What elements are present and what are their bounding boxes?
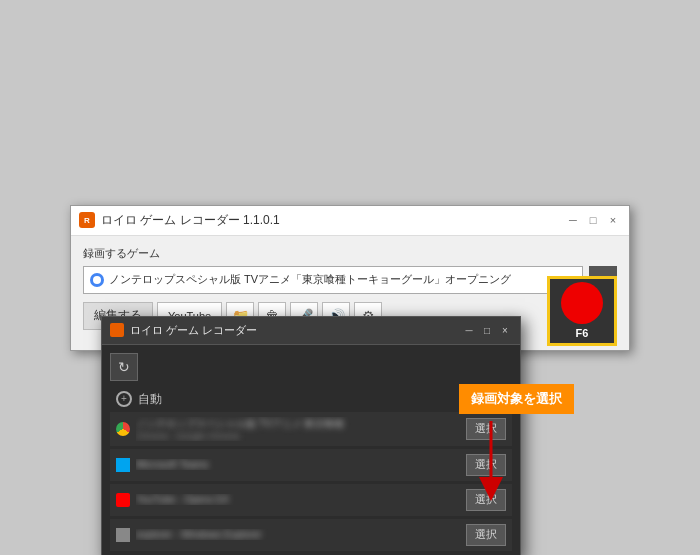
maximize-button[interactable]: □	[585, 212, 601, 228]
record-indicator	[561, 282, 603, 324]
list-item: Microsoft Teams選択	[110, 449, 512, 481]
list-item-text-block: YouTube - Opera GX	[136, 494, 460, 505]
inner-close-button[interactable]: ×	[498, 323, 512, 337]
main-title: ロイロ ゲーム レコーダー 1.1.0.1	[101, 212, 565, 229]
list-item-text-block: explorer - Windows Explorer	[136, 529, 460, 540]
app-icon: R	[79, 212, 95, 228]
main-title-bar: R ロイロ ゲーム レコーダー 1.1.0.1 ─ □ ×	[71, 206, 629, 236]
record-button[interactable]: F6	[547, 276, 617, 346]
refresh-button[interactable]: ↻	[110, 353, 138, 381]
refresh-icon: ↻	[118, 359, 130, 375]
list-item: YouTube - Opera GX選択	[110, 484, 512, 516]
list-item-icon	[116, 422, 130, 436]
main-content: 録画するゲーム ノンテロップスペシャル版 TVアニメ「東京喰種トーキョーグール」…	[71, 236, 629, 350]
auto-icon	[116, 391, 132, 407]
minimize-button[interactable]: ─	[565, 212, 581, 228]
annotation-text: 録画対象を選択	[471, 391, 562, 406]
main-window: R ロイロ ゲーム レコーダー 1.1.0.1 ─ □ × 録画するゲーム ノン…	[70, 205, 630, 351]
auto-row: 自動	[110, 387, 512, 412]
inner-content: ↻ 自動 ノンテロップスペシャル版 TVアニメ 東京喰種Chrome - Goo…	[102, 345, 520, 556]
capture-list: ノンテロップスペシャル版 TVアニメ 東京喰種Chrome - Google C…	[110, 412, 512, 551]
record-key-label: F6	[576, 327, 589, 339]
inner-dialog: ロイロ ゲーム レコーダー ─ □ × ↻ 自動	[101, 316, 521, 556]
list-item-title: explorer - Windows Explorer	[136, 529, 460, 540]
game-select-row: ノンテロップスペシャル版 TVアニメ「東京喰種トーキョーグール」オープニング .…	[83, 266, 617, 294]
game-input-text: ノンテロップスペシャル版 TVアニメ「東京喰種トーキョーグール」オープニング	[109, 272, 511, 287]
inner-title: ロイロ ゲーム レコーダー	[130, 323, 462, 338]
inner-minimize-button[interactable]: ─	[462, 323, 476, 337]
game-section-label: 録画するゲーム	[83, 246, 617, 261]
game-input-field[interactable]: ノンテロップスペシャル版 TVアニメ「東京喰種トーキョーグール」オープニング	[83, 266, 583, 294]
list-item-title: Microsoft Teams	[136, 459, 460, 470]
list-item-title: YouTube - Opera GX	[136, 494, 460, 505]
annotation-arrow	[471, 421, 511, 501]
auto-label: 自動	[138, 391, 506, 408]
inner-window-controls: ─ □ ×	[462, 323, 512, 337]
window-controls: ─ □ ×	[565, 212, 621, 228]
list-item-text-block: Microsoft Teams	[136, 459, 460, 470]
close-button[interactable]: ×	[605, 212, 621, 228]
list-item: explorer - Windows Explorer選択	[110, 519, 512, 551]
list-item-sub: Chrome - Google Chrome	[136, 431, 460, 441]
list-item-title: ノンテロップスペシャル版 TVアニメ 東京喰種	[136, 417, 460, 431]
select-button[interactable]: 選択	[466, 524, 506, 546]
list-item-icon	[116, 528, 130, 542]
list-item-icon	[116, 458, 130, 472]
inner-app-icon	[110, 323, 124, 337]
list-item-text-block: ノンテロップスペシャル版 TVアニメ 東京喰種Chrome - Google C…	[136, 417, 460, 441]
inner-maximize-button[interactable]: □	[480, 323, 494, 337]
annotation-bubble: 録画対象を選択	[459, 384, 574, 414]
list-item: ノンテロップスペシャル版 TVアニメ 東京喰種Chrome - Google C…	[110, 412, 512, 446]
list-item-icon	[116, 493, 130, 507]
game-input-icon	[90, 273, 104, 287]
inner-title-bar: ロイロ ゲーム レコーダー ─ □ ×	[102, 317, 520, 345]
